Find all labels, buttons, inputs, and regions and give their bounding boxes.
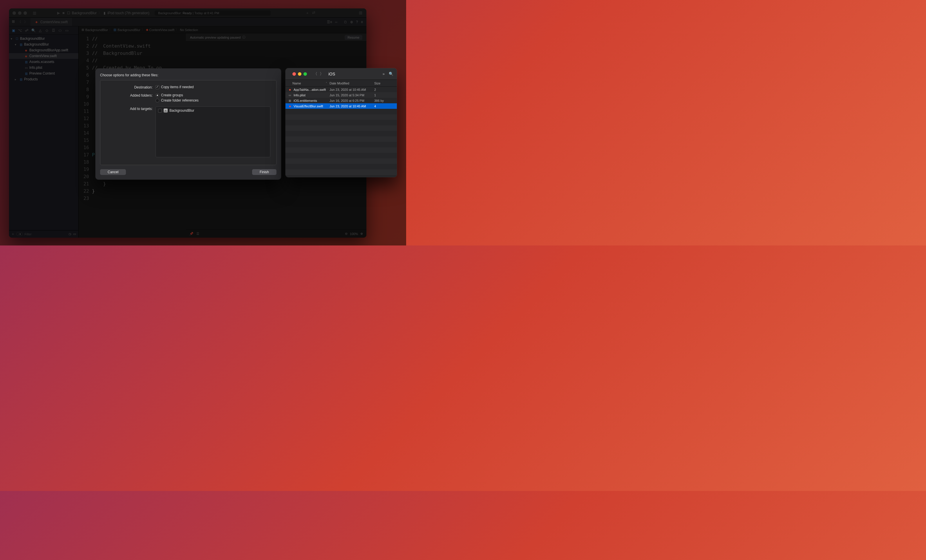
navigator-sidebar: ▣ ⌥ ☍ 🔍 △ ◇ ☲ ⬭ ▭ ▾☐BackgroundBlur▾▥Back… (9, 26, 79, 238)
preview-settings-icon[interactable]: ☰ (197, 232, 199, 236)
tab-contentview[interactable]: ◆ ContentView.swift (30, 18, 72, 26)
zoom-value: 100% (350, 232, 358, 236)
stop-button-icon[interactable]: ■ (62, 11, 65, 15)
finish-button[interactable]: Finish (252, 169, 277, 175)
added-folders-label: Added folders: (106, 93, 153, 97)
create-groups-radio[interactable]: Create groups (156, 93, 270, 97)
close-icon[interactable] (12, 11, 16, 15)
info-icon[interactable]: ⓘ (242, 35, 245, 39)
finder-row[interactable]: ◆VisualEffectBlur.swiftJun 23, 2020 at 1… (286, 103, 397, 109)
add-files-dialog: Choose options for adding these files: D… (95, 68, 281, 180)
checkbox-icon[interactable] (156, 85, 159, 89)
sidebar-toggle-icon[interactable]: ▥ (32, 11, 37, 15)
pin-icon[interactable]: 📌 (189, 232, 194, 236)
filter-scope[interactable]: ◦▾ (16, 232, 23, 236)
search-icon[interactable]: 🔍 (389, 72, 393, 76)
size-column[interactable]: Size (374, 82, 397, 85)
tree-item[interactable]: ▭Info.plist (9, 65, 78, 71)
filter-input[interactable]: Filter (25, 232, 67, 236)
sort-indicator-icon: ˄ (326, 82, 327, 85)
navigator-selector: ▣ ⌥ ☍ 🔍 △ ◇ ☲ ⬭ ▭ (9, 26, 78, 35)
resume-button[interactable]: Resume (345, 35, 362, 40)
zoom-icon[interactable] (24, 11, 27, 15)
radio-icon[interactable] (156, 98, 159, 103)
radio-icon[interactable] (156, 94, 159, 97)
report-nav-icon[interactable]: ▭ (65, 29, 69, 32)
dialog-title: Choose options for adding these files: (100, 73, 277, 77)
zoom-icon[interactable] (303, 72, 307, 76)
cancel-button[interactable]: Cancel (100, 169, 126, 175)
targets-list[interactable]: A BackgroundBlur (156, 106, 270, 157)
scm-filter-icon[interactable]: ▭ (73, 232, 76, 236)
finder-row[interactable]: ▭Info.plistJun 15, 2020 at 5:34 PM1 (286, 92, 397, 98)
more-icon[interactable]: » (383, 72, 385, 76)
tree-item[interactable]: ▥Assets.xcassets (9, 59, 78, 65)
zoom-in-icon[interactable]: ⊕ (360, 232, 363, 236)
preview-banner-text: Automatic preview updating paused (190, 36, 241, 39)
minimize-icon[interactable] (18, 11, 21, 15)
destination-label: Destination: (106, 85, 153, 89)
source-control-icon[interactable]: ⌥ (18, 29, 22, 32)
device-icon: ▮ (104, 11, 106, 15)
forward-icon[interactable]: 〉 (320, 71, 324, 77)
link-icon[interactable]: ⇄ (312, 11, 315, 16)
scheme-device: iPod touch (7th generation) (107, 11, 150, 15)
debug-nav-icon[interactable]: ☲ (51, 29, 55, 32)
finder-row[interactable]: ◆AppTabNa…ation.swiftJun 23, 2020 at 10:… (286, 87, 397, 92)
create-refs-radio[interactable]: Create folder references (156, 98, 270, 103)
add-icon[interactable]: ＋ (11, 232, 15, 236)
finder-row[interactable]: ▥iOS.entitlementsJun 16, 2020 at 6:25 PM… (286, 98, 397, 103)
breakpoint-nav-icon[interactable]: ⬭ (58, 29, 62, 32)
back-icon[interactable]: 〈 (313, 71, 317, 77)
add-editor-icon[interactable]: ▫▫ (335, 20, 338, 24)
issue-nav-icon[interactable]: △ (38, 29, 42, 32)
window-controls[interactable] (9, 11, 30, 15)
plus-icon[interactable]: ＋ (306, 11, 309, 16)
file-plus-icon[interactable]: 🗋 (344, 20, 347, 24)
scheme-selector[interactable]: ☐ BackgroundBlur 〉 ▮ iPod touch (7th gen… (67, 11, 150, 15)
editor-options-icon[interactable]: ☰≡ (327, 20, 332, 24)
jump-bar[interactable]: ⊞ BackgroundBlur〉 ▥ BackgroundBlur〉 ◆ Co… (79, 26, 366, 33)
lib-icon[interactable]: ▥ (359, 11, 362, 16)
navigator-filter-bar: ＋ ◦▾ Filter ◷ ▭ (9, 230, 78, 238)
swift-icon: ◆ (35, 20, 39, 24)
tree-item[interactable]: ▥Preview Content (9, 71, 78, 76)
finder-column-header[interactable]: Name˄ Date Modified Size (286, 80, 397, 87)
add-targets-label: Add to targets: (106, 106, 153, 111)
test-nav-icon[interactable]: ◇ (45, 29, 49, 32)
help-icon[interactable]: ? (356, 20, 358, 24)
finder-window: 〈 〉 iOS » 🔍 Name˄ Date Modified Size ◆Ap… (286, 68, 397, 177)
grid-icon[interactable]: ⊞ (12, 20, 15, 24)
run-button-icon[interactable]: ▶ (57, 11, 60, 15)
forward-icon[interactable]: 〉 (24, 20, 27, 24)
back-icon[interactable]: 〈 (18, 20, 21, 24)
folder-nav-icon[interactable]: ▣ (11, 29, 15, 32)
zoom-out-icon[interactable]: ⊖ (345, 232, 348, 236)
date-column[interactable]: Date Modified (330, 82, 374, 85)
target-name: BackgroundBlur (169, 109, 194, 113)
finder-title: iOS (328, 72, 335, 76)
tree-item[interactable]: ▸▥Products (9, 76, 78, 82)
tree-item[interactable]: ◆BackgroundBlurApp.swift (9, 47, 78, 53)
copy-items-checkbox[interactable]: Copy items if needed (156, 85, 270, 89)
scheme-project: BackgroundBlur (72, 11, 97, 15)
find-icon[interactable]: 🔍 (31, 29, 35, 32)
clock-icon[interactable]: ◷ (68, 232, 71, 236)
circle-plus-icon[interactable]: ⊕ (350, 20, 353, 24)
editor-tabbar: ⊞ 〈 〉 ◆ ContentView.swift ☰≡ ▫▫ 🗋 ⊕ ? ≡ (9, 18, 366, 26)
tab-label: ContentView.swift (40, 20, 68, 24)
symbol-nav-icon[interactable]: ☍ (25, 29, 29, 32)
tree-item[interactable]: ▾☐BackgroundBlur (9, 36, 78, 41)
activity-viewer: BackgroundBlur: Ready | Today at 8:41 PM (154, 11, 271, 16)
inspector-toggle-icon[interactable]: ≡ (361, 20, 363, 24)
tree-item[interactable]: ◆ContentView.swift (9, 53, 78, 59)
close-icon[interactable] (292, 72, 296, 76)
target-checkbox[interactable] (158, 109, 162, 113)
app-icon: A (163, 109, 168, 113)
finder-file-list[interactable]: ◆AppTabNa…ation.swiftJun 23, 2020 at 10:… (286, 87, 397, 177)
xcode-titlebar: ▥ ▶ ■ ☐ BackgroundBlur 〉 ▮ iPod touch (7… (9, 8, 366, 18)
finder-titlebar: 〈 〉 iOS » 🔍 (286, 68, 397, 80)
project-tree[interactable]: ▾☐BackgroundBlur▾▥BackgroundBlur◆Backgro… (9, 35, 78, 230)
minimize-icon[interactable] (298, 72, 301, 76)
tree-item[interactable]: ▾▥BackgroundBlur (9, 41, 78, 47)
